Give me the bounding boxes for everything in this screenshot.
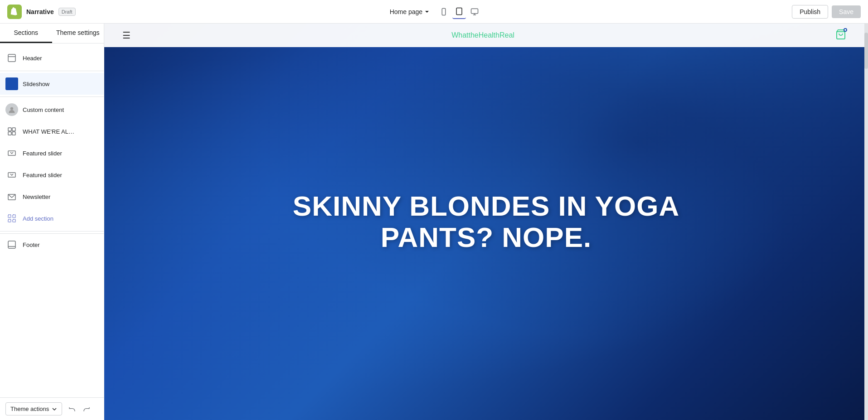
topbar-center: Home page [386, 5, 481, 19]
layout-icon [7, 53, 16, 63]
eye-icon [81, 172, 87, 178]
custom-content-visibility-button[interactable] [80, 106, 88, 114]
add-section-button[interactable]: Add section [0, 208, 104, 229]
featured-slider-1-visibility-button[interactable] [80, 149, 88, 157]
theme-name: Narrative [26, 8, 54, 15]
svg-point-24 [93, 131, 94, 132]
sidebar-item-custom-content[interactable]: Custom content [0, 99, 104, 121]
chevron-down-icon [424, 9, 430, 14]
topbar: Narrative Draft Home page Publish Save [0, 0, 868, 24]
svg-rect-53 [13, 215, 15, 217]
store-nav: ☰ WhattheHealthReal [104, 24, 864, 47]
svg-point-41 [95, 174, 96, 175]
page-select-label: Home page [390, 8, 422, 15]
featured-slider-2-label: Featured slider [23, 172, 76, 179]
newsletter-label: Newsletter [23, 193, 76, 200]
featured-slider-2-visibility-button[interactable] [80, 171, 88, 179]
footer-icon [5, 238, 18, 251]
main-content: Sections Theme settings Header Slideshow [0, 24, 868, 420]
store-logo: WhattheHealthReal [451, 31, 514, 39]
svg-point-16 [95, 111, 96, 112]
sidebar-item-featured-slider-1[interactable]: Featured slider [0, 142, 104, 164]
drag-icon [91, 172, 97, 178]
sidebar-item-what-were-all[interactable]: WHAT WE'RE ALL ... [0, 121, 104, 142]
eye-icon [81, 150, 87, 156]
svg-rect-4 [471, 9, 478, 14]
eye-icon [81, 193, 87, 200]
save-button[interactable]: Save [832, 5, 861, 18]
svg-point-39 [95, 173, 96, 174]
sidebar-item-header[interactable]: Header [0, 47, 104, 69]
svg-point-11 [93, 108, 94, 109]
svg-point-14 [95, 109, 96, 110]
svg-point-47 [95, 195, 96, 196]
svg-rect-0 [442, 8, 446, 15]
newsletter-visibility-button[interactable] [80, 193, 88, 201]
svg-point-34 [93, 154, 94, 155]
svg-point-45 [83, 196, 85, 198]
featured-slider-2-drag-handle[interactable] [90, 171, 98, 179]
svg-point-21 [83, 130, 85, 132]
svg-point-35 [95, 154, 96, 155]
newsletter-drag-handle[interactable] [90, 193, 98, 201]
plus-grid-icon [7, 214, 16, 223]
preview-frame: ☰ WhattheHealthReal SKINNY BLONDES IN YO… [104, 24, 868, 420]
svg-point-48 [93, 196, 94, 197]
what-were-all-label: WHAT WE'RE ALL ... [23, 128, 76, 135]
svg-point-10 [83, 109, 85, 111]
tablet-view-button[interactable] [452, 5, 466, 19]
what-were-all-drag-handle[interactable] [90, 127, 98, 135]
svg-point-26 [93, 133, 94, 134]
preview-scrollbar-thumb [864, 33, 868, 69]
sidebar-item-slideshow[interactable]: Slideshow [0, 73, 104, 95]
svg-point-23 [95, 130, 96, 130]
page-select-button[interactable]: Home page [386, 6, 433, 17]
svg-point-51 [95, 198, 96, 199]
svg-rect-20 [12, 132, 15, 135]
featured-slider-2-icon [5, 169, 18, 181]
divider-footer [0, 231, 104, 232]
svg-rect-17 [8, 128, 11, 131]
undo-button[interactable] [66, 403, 78, 415]
draft-badge: Draft [58, 8, 76, 16]
svg-rect-56 [8, 241, 15, 248]
add-section-icon [5, 212, 18, 225]
svg-point-29 [83, 152, 85, 154]
svg-point-31 [95, 151, 96, 152]
custom-content-drag-handle[interactable] [90, 106, 98, 114]
hero-section: SKINNY BLONDES IN YOGA PANTS? NOPE. [104, 24, 868, 420]
svg-point-42 [93, 176, 94, 177]
svg-point-15 [93, 111, 94, 112]
svg-point-40 [93, 174, 94, 175]
hero-heading-line1: SKINNY BLONDES IN YOGA [293, 191, 679, 222]
tab-theme-settings[interactable]: Theme settings [52, 24, 104, 43]
tab-sections[interactable]: Sections [0, 24, 52, 43]
mobile-view-button[interactable] [437, 5, 451, 19]
svg-rect-7 [8, 54, 15, 62]
what-were-all-visibility-button[interactable] [80, 127, 88, 135]
drag-icon [91, 150, 97, 156]
svg-point-9 [10, 107, 13, 110]
preview-scrollbar[interactable] [864, 24, 868, 420]
what-were-all-icon [5, 125, 18, 138]
featured-slider-1-label: Featured slider [23, 150, 76, 157]
redo-button[interactable] [80, 403, 93, 415]
theme-actions-button[interactable]: Theme actions [5, 402, 62, 415]
desktop-view-button[interactable] [468, 5, 481, 19]
theme-actions-label: Theme actions [10, 406, 49, 412]
undo-icon [68, 406, 76, 413]
shopify-logo [7, 5, 22, 19]
svg-point-46 [93, 195, 94, 196]
divider-1 [0, 71, 104, 71]
svg-point-38 [93, 173, 94, 174]
slideshow-thumbnail [5, 77, 18, 90]
featured-slider-1-drag-handle[interactable] [90, 149, 98, 157]
sidebar-item-footer[interactable]: Footer [0, 233, 104, 256]
sidebar-item-featured-slider-2[interactable]: Featured slider [0, 164, 104, 186]
featured-slider-1-icon [5, 147, 18, 159]
add-section-label: Add section [23, 215, 53, 222]
sidebar-item-newsletter[interactable]: Newsletter [0, 186, 104, 208]
publish-button[interactable]: Publish [792, 5, 828, 19]
newsletter-icon [5, 190, 18, 203]
drag-icon [91, 106, 97, 113]
